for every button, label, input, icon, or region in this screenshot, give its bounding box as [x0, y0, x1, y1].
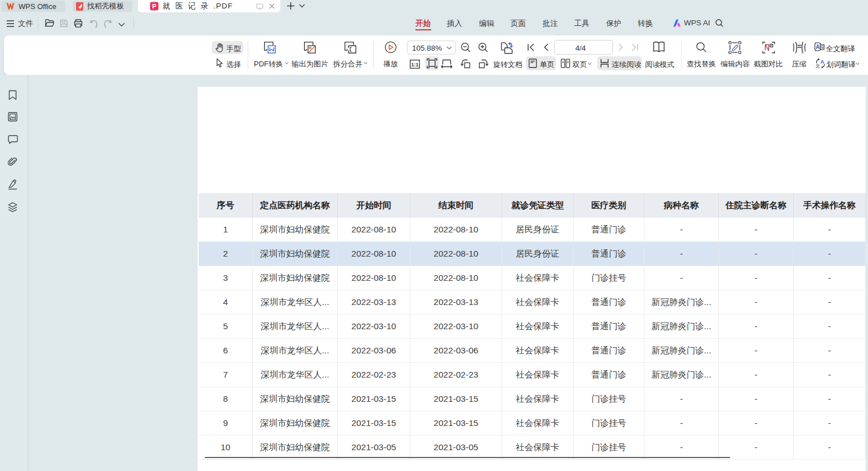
svg-text:文: 文 — [816, 64, 820, 68]
svg-text:A: A — [816, 44, 820, 50]
svg-text:P: P — [152, 3, 156, 10]
svg-text:A: A — [820, 59, 824, 65]
svg-text:1:1: 1:1 — [411, 62, 418, 68]
